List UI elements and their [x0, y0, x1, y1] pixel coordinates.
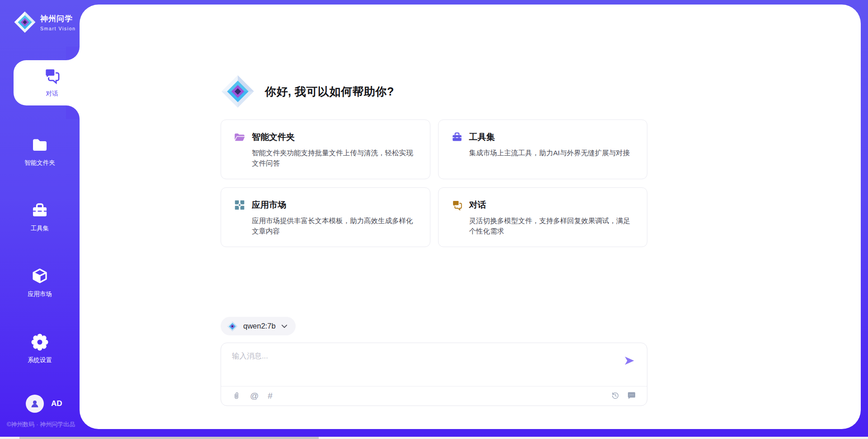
greeting-block: 你好, 我可以如何帮助你?: [221, 74, 647, 109]
card-smart-folder[interactable]: 智能文件夹 智能文件夹功能支持批量文件上传与清洗，轻松实现文件问答: [221, 119, 430, 179]
sidebar-item-label: 工具集: [0, 224, 80, 233]
sidebar-item-label: 智能文件夹: [0, 159, 80, 167]
chat-icon: [451, 199, 463, 211]
sidebar-item-toolset[interactable]: 工具集: [0, 201, 80, 233]
toolbox-icon: [31, 201, 49, 220]
card-description: 集成市场上主流工具，助力AI与外界无缝扩展与对接: [469, 148, 635, 158]
send-icon[interactable]: [623, 355, 636, 367]
chat-bubble-icon[interactable]: [627, 391, 636, 400]
card-toolset[interactable]: 工具集 集成市场上主流工具，助力AI与外界无缝扩展与对接: [438, 119, 648, 179]
tab-fillet-top: [66, 47, 80, 60]
card-app-market[interactable]: 应用市场 应用市场提供丰富长文本模板，助力高效生成多样化文章内容: [221, 187, 430, 247]
chat-icon: [43, 67, 61, 85]
avatar: [26, 395, 44, 413]
logo-subtitle: Smart Vision: [40, 26, 76, 31]
message-composer: @ #: [221, 343, 647, 406]
sidebar-item-label: 系统设置: [0, 356, 80, 364]
sidebar: 神州问学 Smart Vision 对话 智能文件夹: [0, 0, 80, 439]
chevron-down-icon: [281, 324, 288, 329]
tab-fillet-bottom: [66, 105, 80, 119]
sidebar-item-chat[interactable]: 对话: [14, 60, 90, 105]
message-input[interactable]: [232, 351, 856, 379]
brand-diamond-icon: [14, 11, 36, 33]
model-logo-icon: [227, 321, 238, 332]
app-logo: 神州问学 Smart Vision: [14, 11, 76, 33]
sidebar-item-smart-folder[interactable]: 智能文件夹: [0, 136, 80, 167]
card-title: 应用市场: [252, 199, 286, 211]
card-chat[interactable]: 对话 灵活切换多模型文件，支持多样回复效果调试，满足个性化需求: [438, 187, 648, 247]
at-icon[interactable]: @: [250, 391, 259, 400]
folder-open-icon: [234, 131, 245, 143]
user-initials: AD: [51, 399, 62, 408]
cube-icon: [31, 267, 49, 285]
feature-cards: 智能文件夹 智能文件夹功能支持批量文件上传与清洗，轻松实现文件问答 工具集 集成…: [221, 119, 647, 247]
card-title: 对话: [469, 199, 486, 211]
card-title: 工具集: [469, 131, 495, 143]
paperclip-icon[interactable]: [232, 391, 241, 400]
app-screen: 神州问学 Smart Vision 对话 智能文件夹: [0, 0, 868, 439]
folder-icon: [31, 136, 49, 154]
sidebar-item-settings[interactable]: 系统设置: [0, 333, 80, 364]
sidebar-item-app-market[interactable]: 应用市场: [0, 267, 80, 298]
sidebar-item-label: 对话: [14, 90, 90, 98]
user-avatar-icon: [29, 398, 40, 409]
model-name: qwen2:7b: [243, 322, 276, 330]
greeting-title: 你好, 我可以如何帮助你?: [265, 84, 394, 99]
gear-icon: [31, 333, 49, 351]
logo-title: 神州问学: [40, 14, 76, 24]
model-selector[interactable]: qwen2:7b: [221, 317, 296, 335]
user-account[interactable]: AD: [26, 395, 62, 413]
sidebar-item-label: 应用市场: [0, 290, 80, 298]
hash-icon[interactable]: #: [268, 391, 273, 400]
card-title: 智能文件夹: [252, 131, 295, 143]
card-description: 灵活切换多模型文件，支持多样回复效果调试，满足个性化需求: [469, 215, 635, 237]
card-description: 智能文件夹功能支持批量文件上传与清洗，轻松实现文件问答: [252, 148, 417, 169]
composer-toolbar: @ #: [221, 386, 647, 406]
toolbox-icon: [451, 131, 463, 143]
history-icon[interactable]: [611, 391, 620, 400]
scrollbar-thumb[interactable]: [19, 437, 319, 439]
main-content: 你好, 我可以如何帮助你? 智能文件夹 智能文件夹功能支持批量文件上传与清洗，轻…: [221, 5, 647, 406]
horizontal-scrollbar[interactable]: [0, 437, 868, 439]
card-description: 应用市场提供丰富长文本模板，助力高效生成多样化文章内容: [252, 215, 417, 237]
copyright-footer: ©神州数码 · 神州问学出品: [7, 420, 75, 429]
brand-diamond-icon: [221, 74, 255, 109]
app-grid-icon: [234, 199, 245, 211]
